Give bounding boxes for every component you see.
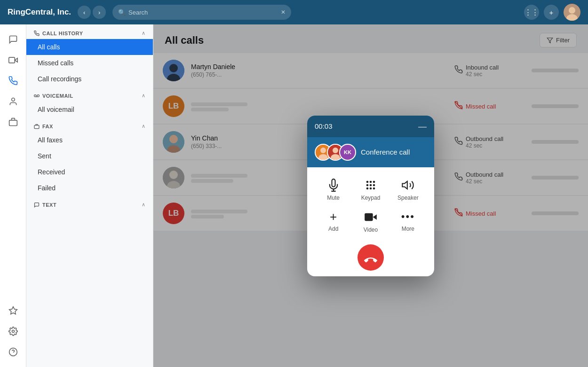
video-label: Video [364, 226, 378, 233]
conference-label: Conference call [361, 148, 410, 156]
minimize-button[interactable]: — [418, 122, 427, 131]
svg-rect-45 [365, 213, 373, 220]
svg-point-42 [370, 187, 372, 189]
fax-arrow: ∧ [142, 123, 145, 129]
sidebar-item-received[interactable]: Received [26, 164, 153, 180]
content-area: All calls Filter Martyn D [153, 24, 588, 367]
svg-point-39 [370, 184, 372, 186]
add-button[interactable]: + Add [319, 211, 348, 232]
sidebar-icon-settings[interactable] [4, 322, 23, 341]
svg-point-1 [569, 7, 575, 14]
end-call-button[interactable] [358, 244, 384, 271]
sidebar-icon-phone[interactable] [4, 71, 23, 90]
sidebar-icon-chat[interactable] [4, 30, 23, 49]
video-button[interactable]: Video [357, 211, 385, 233]
sidebar-icon-help[interactable] [4, 343, 23, 361]
svg-point-43 [373, 187, 375, 189]
sidebar-item-all-calls[interactable]: All calls [26, 39, 153, 55]
svg-point-11 [34, 94, 37, 97]
fax-section-header[interactable]: FAX ∧ [26, 117, 153, 132]
participant-avatar-3: KK [339, 144, 356, 161]
controls-row-2: + Add Video ••• More [315, 211, 427, 233]
call-modal-controls: Mute Keypad [307, 167, 434, 244]
call-modal: 00:03 — [307, 116, 434, 276]
end-call-row [307, 244, 434, 276]
sidebar-icon-video[interactable] [4, 51, 23, 70]
app-logo: RingCentral, Inc. [8, 8, 71, 17]
header-right: ⋮⋮ + [524, 4, 580, 21]
svg-rect-4 [8, 57, 14, 63]
icon-sidebar [0, 24, 26, 367]
voicemail-arrow: ∧ [142, 93, 145, 99]
svg-point-31 [333, 148, 338, 153]
conference-section: KK Conference call [307, 137, 434, 167]
search-icon: 🔍 [118, 9, 126, 16]
forward-button[interactable]: › [93, 6, 106, 19]
svg-point-35 [366, 180, 369, 183]
svg-point-8 [12, 330, 14, 333]
keypad-label: Keypad [361, 195, 381, 201]
main-layout: CALL HISTORY ∧ All calls Missed calls Ca… [0, 24, 588, 367]
sidebar-item-all-voicemail[interactable]: All voicemail [26, 102, 153, 117]
sidebar-item-all-faxes[interactable]: All faxes [26, 132, 153, 148]
svg-point-5 [11, 98, 15, 102]
sidebar-item-missed-calls[interactable]: Missed calls [26, 55, 153, 71]
search-input[interactable] [128, 9, 281, 16]
sidebar-item-failed[interactable]: Failed [26, 180, 153, 196]
call-timer: 00:03 [315, 122, 333, 130]
more-button[interactable]: ••• More [394, 211, 422, 232]
voicemail-title: VOICEMAIL [34, 93, 73, 99]
sidebar-bottom [4, 301, 23, 367]
add-label: Add [328, 226, 338, 232]
sidebar-item-sent[interactable]: Sent [26, 148, 153, 164]
sidebar-icon-plugins[interactable] [4, 301, 23, 320]
more-label: More [402, 226, 414, 232]
text-arrow: ∧ [142, 202, 145, 208]
speaker-button[interactable]: Speaker [394, 179, 422, 201]
mute-label: Mute [327, 195, 340, 201]
svg-point-36 [370, 180, 372, 183]
conference-avatars: KK [315, 144, 356, 161]
svg-point-38 [366, 184, 369, 186]
sidebar-item-call-recordings[interactable]: Call recordings [26, 71, 153, 87]
back-button[interactable]: ‹ [78, 6, 91, 19]
keypad-button[interactable]: Keypad [357, 179, 385, 201]
app-header: RingCentral, Inc. ‹ › 🔍 ✕ ⋮⋮ + [0, 0, 588, 24]
voicemail-section-header[interactable]: VOICEMAIL ∧ [26, 87, 153, 102]
call-modal-header: 00:03 — [307, 116, 434, 137]
call-history-title: CALL HISTORY [34, 31, 83, 36]
svg-point-40 [373, 184, 375, 186]
sidebar-icon-fax[interactable] [4, 113, 23, 132]
call-modal-overlay: 00:03 — [153, 24, 588, 367]
fax-title: FAX [34, 124, 53, 129]
svg-rect-6 [9, 120, 17, 126]
call-history-arrow: ∧ [142, 30, 145, 36]
svg-point-12 [37, 94, 40, 97]
text-section-header[interactable]: TEXT ∧ [26, 196, 153, 211]
svg-marker-3 [15, 58, 17, 62]
svg-marker-44 [403, 181, 408, 188]
grid-button[interactable]: ⋮⋮ [524, 5, 539, 20]
add-button[interactable]: + [544, 5, 559, 20]
call-history-section-header[interactable]: CALL HISTORY ∧ [26, 24, 153, 39]
svg-point-41 [366, 187, 369, 189]
avatar[interactable] [564, 4, 580, 21]
speaker-label: Speaker [397, 195, 419, 201]
svg-point-28 [320, 148, 326, 153]
text-title: TEXT [34, 202, 56, 208]
sidebar-icon-contacts[interactable] [4, 92, 23, 111]
nav-sidebar: CALL HISTORY ∧ All calls Missed calls Ca… [26, 24, 153, 367]
search-bar: 🔍 ✕ [112, 5, 291, 20]
svg-rect-14 [34, 125, 39, 128]
controls-row-1: Mute Keypad [315, 179, 427, 201]
svg-point-37 [373, 180, 375, 183]
search-clear-button[interactable]: ✕ [281, 9, 286, 16]
mute-button[interactable]: Mute [319, 179, 348, 201]
